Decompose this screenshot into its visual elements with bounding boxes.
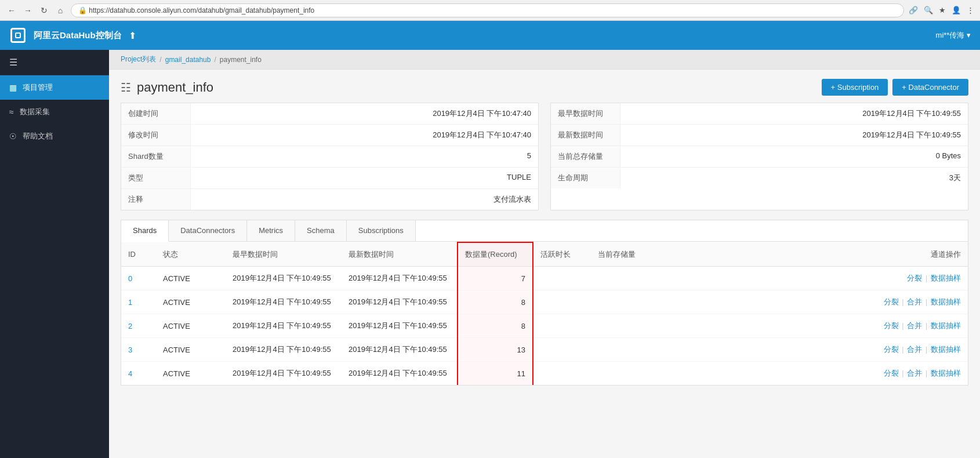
breadcrumb-gmail-datahub[interactable]: gmail_datahub — [165, 56, 211, 64]
tab-subscriptions[interactable]: Subscriptions — [347, 220, 416, 241]
cell-id: 3 — [121, 338, 156, 362]
op-split[interactable]: 分裂 — [907, 274, 922, 282]
browser-bar: ← → ↻ ⌂ 🔒 https://datahub.console.aliyun… — [0, 0, 980, 21]
cell-storage — [591, 338, 660, 362]
home-button[interactable]: ⌂ — [55, 5, 66, 16]
tab-shards[interactable]: Shards — [121, 220, 169, 242]
extension-icon[interactable]: 🔗 — [909, 6, 918, 14]
shard-id-link[interactable]: 3 — [128, 346, 132, 354]
op-split[interactable]: 分裂 — [884, 297, 899, 306]
cell-ops: 分裂 | 数据抽样 — [660, 267, 968, 290]
info-row-lifecycle: 生命周期 3天 — [551, 168, 968, 188]
cell-active-duration — [533, 362, 591, 386]
label-lifecycle: 生命周期 — [551, 168, 620, 188]
shard-id-link[interactable]: 4 — [128, 369, 132, 378]
label-earliest-data: 最早数据时间 — [551, 103, 620, 124]
op-merge[interactable]: 合并 — [907, 369, 922, 377]
value-type: TUPLE — [191, 168, 538, 188]
project-icon: ▦ — [9, 83, 17, 92]
value-shard-count: 5 — [191, 146, 538, 167]
subscription-button[interactable]: + Subscription — [822, 79, 888, 96]
op-split[interactable]: 分裂 — [884, 321, 899, 330]
sidebar-item-project-mgmt[interactable]: ▦ 项目管理 — [0, 75, 109, 100]
sidebar: ☰ ▦ 项目管理 ≈ 数据采集 ☉ 帮助文档 — [0, 50, 109, 458]
label-modified: 修改时间 — [121, 125, 191, 146]
shards-table-wrapper: ID 状态 最早数据时间 最新数据时间 数据量(Record) 活跃时长 当前存… — [121, 242, 968, 386]
user-name: mi**传海 ▾ — [936, 30, 971, 41]
cell-id: 4 — [121, 362, 156, 386]
cell-latest: 2019年12月4日 下午10:49:55 — [342, 362, 458, 386]
tab-dataconnectors[interactable]: DataConnectors — [169, 220, 247, 241]
th-status: 状态 — [156, 242, 226, 267]
op-merge[interactable]: 合并 — [907, 297, 922, 306]
page-title-row: ☷ payment_info — [121, 80, 213, 95]
app-header: 阿里云DataHub控制台 ⬆ mi**传海 ▾ — [0, 21, 980, 50]
cell-storage — [591, 314, 660, 338]
cell-earliest: 2019年12月4日 下午10:49:55 — [226, 362, 342, 386]
sidebar-label-project: 项目管理 — [23, 82, 53, 93]
search-icon[interactable]: 🔍 — [924, 6, 933, 14]
info-row-modified: 修改时间 2019年12月4日 下午10:47:40 — [121, 125, 538, 146]
cell-records: 11 — [458, 362, 533, 386]
value-earliest-data: 2019年12月4日 下午10:49:55 — [620, 103, 968, 124]
shard-id-link[interactable]: 1 — [128, 298, 132, 307]
table-header-row: ID 状态 最早数据时间 最新数据时间 数据量(Record) 活跃时长 当前存… — [121, 242, 968, 267]
app-title: 阿里云DataHub控制台 — [34, 30, 122, 41]
table-icon: ☷ — [121, 81, 131, 94]
tab-schema[interactable]: Schema — [295, 220, 347, 241]
op-split[interactable]: 分裂 — [884, 345, 899, 354]
sidebar-toggle[interactable]: ☰ — [0, 50, 109, 75]
sidebar-item-help[interactable]: ☉ 帮助文档 — [0, 124, 109, 148]
page-title: payment_info — [137, 80, 213, 95]
menu-icon[interactable]: ⋮ — [967, 6, 974, 14]
forward-button[interactable]: → — [22, 5, 34, 16]
tabs-bar: Shards DataConnectors Metrics Schema Sub… — [121, 220, 968, 242]
cell-id: 1 — [121, 290, 156, 314]
value-latest-data: 2019年12月4日 下午10:49:55 — [620, 125, 968, 146]
bookmark-icon[interactable]: ★ — [939, 6, 946, 14]
th-earliest: 最早数据时间 — [226, 242, 342, 267]
th-ops: 通道操作 — [660, 242, 968, 267]
label-latest-data: 最新数据时间 — [551, 125, 620, 146]
cell-earliest: 2019年12月4日 下午10:49:55 — [226, 314, 342, 338]
info-row-shard-count: Shard数量 5 — [121, 146, 538, 168]
cell-ops: 分裂 | 合并 | 数据抽样 — [660, 290, 968, 314]
breadcrumb-sep-2: / — [214, 56, 216, 64]
label-comment: 注释 — [121, 189, 191, 210]
breadcrumb-project-list[interactable]: Project列表 — [121, 54, 156, 64]
op-sample[interactable]: 数据抽样 — [931, 321, 961, 330]
shard-id-link[interactable]: 0 — [128, 274, 132, 283]
user-menu[interactable]: mi**传海 ▾ — [936, 30, 971, 41]
op-sample[interactable]: 数据抽样 — [931, 297, 961, 306]
cell-latest: 2019年12月4日 下午10:49:55 — [342, 314, 458, 338]
data-collection-icon: ≈ — [9, 107, 14, 117]
cell-records: 8 — [458, 290, 533, 314]
dataconnector-button[interactable]: + DataConnector — [892, 79, 968, 96]
sidebar-label-help: 帮助文档 — [23, 131, 53, 141]
info-row-latest: 最新数据时间 2019年12月4日 下午10:49:55 — [551, 125, 968, 146]
sidebar-item-data-collection[interactable]: ≈ 数据采集 — [0, 100, 109, 124]
cell-active-duration — [533, 267, 591, 290]
th-storage: 当前存储量 — [591, 242, 660, 267]
url-bar[interactable]: 🔒 https://datahub.console.aliyun.com/dat… — [71, 3, 904, 17]
op-merge[interactable]: 合并 — [907, 321, 922, 330]
reload-button[interactable]: ↻ — [38, 5, 50, 16]
back-button[interactable]: ← — [6, 5, 17, 16]
tab-metrics[interactable]: Metrics — [247, 220, 295, 241]
op-split[interactable]: 分裂 — [884, 369, 899, 377]
shard-id-link[interactable]: 2 — [128, 322, 132, 330]
cell-id: 2 — [121, 314, 156, 338]
table-row: 2 ACTIVE 2019年12月4日 下午10:49:55 2019年12月4… — [121, 314, 968, 338]
op-sample[interactable]: 数据抽样 — [931, 274, 961, 282]
op-merge[interactable]: 合并 — [907, 345, 922, 354]
cell-active-duration — [533, 338, 591, 362]
info-row-created: 创建时间 2019年12月4日 下午10:47:40 — [121, 103, 538, 125]
user-icon[interactable]: 👤 — [952, 6, 961, 14]
cell-id: 0 — [121, 267, 156, 290]
cell-latest: 2019年12月4日 下午10:49:55 — [342, 290, 458, 314]
cell-status: ACTIVE — [156, 290, 226, 314]
cell-earliest: 2019年12月4日 下午10:49:55 — [226, 338, 342, 362]
op-sample[interactable]: 数据抽样 — [931, 369, 961, 377]
op-sample[interactable]: 数据抽样 — [931, 345, 961, 354]
upload-icon[interactable]: ⬆ — [129, 30, 136, 41]
